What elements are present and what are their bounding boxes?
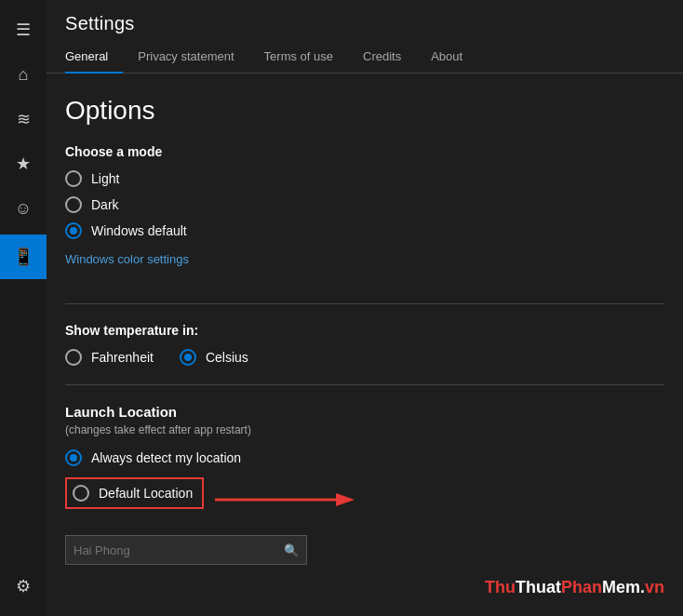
options-title: Options — [65, 96, 664, 126]
main-panel: Settings General Privacy statement Terms… — [47, 0, 683, 616]
temperature-radio-group: Fahrenheit Celsius — [65, 349, 664, 366]
tab-general[interactable]: General — [65, 42, 123, 73]
svg-marker-1 — [336, 493, 355, 506]
sidebar-item-emoji[interactable]: ☺ — [0, 186, 47, 231]
radio-celsius[interactable] — [180, 349, 196, 366]
search-icon[interactable]: 🔍 — [284, 543, 299, 557]
radio-always-detect[interactable] — [65, 449, 82, 466]
page-title: Settings — [47, 0, 683, 42]
divider-2 — [65, 384, 664, 385]
mode-windows-default-label: Windows default — [91, 223, 187, 238]
divider-1 — [65, 303, 664, 304]
content-area: Options Choose a mode Light Dark Windows… — [47, 74, 683, 616]
radio-windows-default[interactable] — [65, 222, 82, 239]
radio-inner-always-detect — [70, 454, 77, 462]
mode-label: Choose a mode — [65, 144, 664, 159]
mode-radio-group: Light Dark Windows default — [65, 170, 664, 239]
search-input[interactable] — [74, 543, 284, 557]
mode-option-windows-default[interactable]: Windows default — [65, 222, 664, 239]
temp-celsius-label: Celsius — [206, 350, 248, 365]
location-always-detect-option[interactable]: Always detect my location — [65, 449, 664, 466]
launch-location-title: Launch Location — [65, 404, 664, 420]
tab-terms[interactable]: Terms of use — [249, 42, 348, 73]
sidebar-item-home[interactable]: ⌂ — [0, 52, 47, 97]
gear-icon: ⚙ — [16, 578, 31, 595]
red-arrow-annotation — [215, 487, 364, 513]
radio-light[interactable] — [65, 170, 82, 187]
sidebar-item-menu[interactable]: ☰ — [0, 7, 47, 52]
home-icon: ⌂ — [19, 66, 29, 83]
tab-privacy[interactable]: Privacy statement — [123, 42, 248, 73]
search-box[interactable]: 🔍 — [65, 535, 307, 565]
temp-fahrenheit-label: Fahrenheit — [91, 350, 154, 365]
arrow-svg — [215, 487, 364, 513]
favorites-icon: ★ — [16, 155, 31, 172]
phone-icon: 📱 — [13, 248, 33, 265]
tab-about[interactable]: About — [416, 42, 477, 73]
sidebar-item-phone[interactable]: 📱 — [0, 234, 47, 279]
temperature-label: Show temperature in: — [65, 323, 664, 338]
sidebar: ☰ ⌂ ≋ ★ ☺ 📱 ⚙ — [0, 0, 47, 616]
mode-option-dark[interactable]: Dark — [65, 196, 664, 213]
maps-icon: ≋ — [17, 111, 31, 127]
tabs-bar: General Privacy statement Terms of use C… — [47, 42, 683, 74]
windows-color-settings-link[interactable]: Windows color settings — [65, 252, 189, 266]
location-always-detect-label: Always detect my location — [91, 450, 241, 465]
sidebar-item-favorites[interactable]: ★ — [0, 141, 47, 186]
mode-option-light[interactable]: Light — [65, 170, 664, 187]
temp-fahrenheit-option[interactable]: Fahrenheit — [65, 349, 154, 366]
radio-fahrenheit[interactable] — [65, 349, 82, 366]
radio-inner-celsius — [184, 354, 192, 361]
sidebar-item-maps[interactable]: ≋ — [0, 97, 47, 141]
tab-credits[interactable]: Credits — [348, 42, 416, 73]
launch-location-subtitle: (changes take effect after app restart) — [65, 423, 664, 436]
mode-dark-label: Dark — [91, 197, 119, 212]
menu-icon: ☰ — [16, 21, 31, 38]
radio-dark[interactable] — [65, 196, 82, 213]
radio-default-location[interactable] — [73, 485, 89, 502]
mode-light-label: Light — [91, 171, 119, 186]
sidebar-bottom: ⚙ — [0, 564, 47, 609]
emoji-icon: ☺ — [15, 200, 32, 217]
location-default-option[interactable]: Default Location — [65, 477, 204, 509]
location-default-label: Default Location — [99, 486, 193, 501]
sidebar-item-settings[interactable]: ⚙ — [0, 564, 47, 609]
radio-inner-checked — [70, 227, 77, 234]
temp-celsius-option[interactable]: Celsius — [180, 349, 248, 366]
